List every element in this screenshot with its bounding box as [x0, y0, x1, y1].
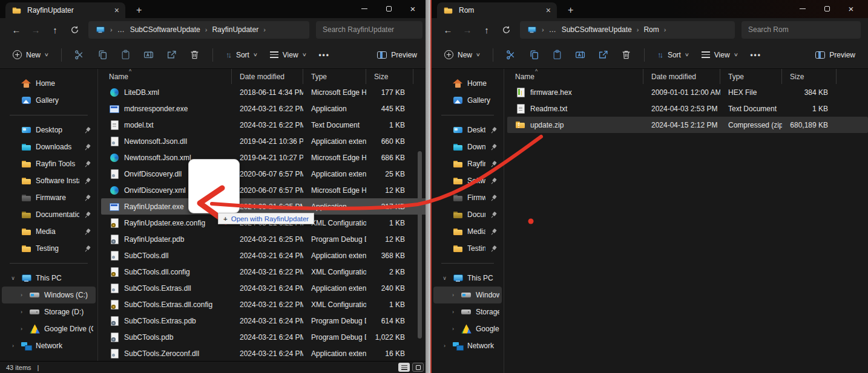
chevron-icon[interactable]: ∨: [9, 275, 17, 281]
search-input[interactable]: [323, 25, 416, 34]
file-row[interactable]: SubCTools.Extras.dll.config 2024-03-21 6…: [101, 296, 430, 313]
file-row[interactable]: mdnsresponder.exe 2024-03-21 6:22 PM App…: [101, 100, 430, 117]
sidebar-item[interactable]: Gallery: [433, 92, 502, 109]
column-header-date[interactable]: Date modified: [643, 69, 720, 84]
refresh-button[interactable]: [65, 21, 84, 38]
column-header-type[interactable]: Type: [720, 69, 782, 84]
vertical-scrollbar[interactable]: [418, 151, 422, 339]
sidebar-item[interactable]: › Network: [433, 337, 502, 354]
file-row[interactable]: update.zip 2024-04-15 2:12 PM Compressed…: [507, 117, 868, 133]
chevron-icon[interactable]: ›: [18, 309, 25, 315]
file-row[interactable]: OnvifDiscovery.dll 2020-06-07 6:57 PM Ap…: [101, 166, 430, 182]
tab-close-icon[interactable]: ×: [546, 6, 551, 15]
breadcrumb-crumb[interactable]: RayfinUpdater: [212, 25, 258, 34]
sidebar-item[interactable]: Desktop: [433, 122, 502, 138]
more-options-button[interactable]: •••: [314, 48, 334, 62]
sidebar-item[interactable]: Desktop: [2, 122, 96, 138]
sidebar-item[interactable]: Software Ins: [433, 172, 502, 189]
sort-button[interactable]: ↑↓ Sort ∨: [222, 47, 261, 62]
breadcrumb-separator[interactable]: ›: [664, 26, 666, 33]
column-header-size[interactable]: Size: [366, 69, 413, 84]
back-button[interactable]: ←: [439, 21, 457, 38]
chevron-icon[interactable]: ›: [18, 326, 25, 332]
breadcrumb-crumb[interactable]: Rom: [643, 25, 659, 34]
chevron-icon[interactable]: ›: [441, 343, 449, 349]
chevron-icon[interactable]: ›: [9, 343, 17, 349]
maximize-button[interactable]: [815, 0, 839, 17]
sidebar-item[interactable]: › Windows (C:): [2, 287, 96, 303]
share-button[interactable]: [162, 47, 181, 63]
minimize-button[interactable]: [791, 0, 815, 17]
tab-close-icon[interactable]: ×: [114, 6, 119, 15]
breadcrumb[interactable]: › … SubCSoftwareUpdate › RayfinUpdater ›: [88, 21, 309, 39]
chevron-icon[interactable]: ›: [449, 309, 457, 315]
file-row[interactable]: SubCTools.pdb 2024-03-21 6:24 PM Program…: [101, 329, 430, 345]
file-row[interactable]: RayfinUpdater.pdb 2024-03-21 6:25 PM Pro…: [101, 231, 430, 247]
search-input[interactable]: [748, 25, 854, 34]
file-row[interactable]: LiteDB.xml 2018-06-11 4:34 PM Microsoft …: [101, 84, 430, 100]
breadcrumb-separator[interactable]: ›: [110, 26, 113, 33]
large-icons-view-toggle[interactable]: [412, 363, 424, 372]
file-row[interactable]: RayfinUpdater.exe 2024-03-21 6:25 PM App…: [101, 198, 430, 215]
close-button[interactable]: ×: [401, 0, 425, 17]
sidebar-item[interactable]: Home: [433, 75, 502, 92]
cut-button[interactable]: [70, 47, 89, 63]
new-tab-button[interactable]: +: [568, 5, 573, 16]
chevron-icon[interactable]: ›: [449, 326, 457, 332]
breadcrumb-overflow[interactable]: …: [117, 25, 125, 34]
column-header-name[interactable]: ^ Name: [507, 69, 643, 84]
sidebar-item[interactable]: ∨ This PC: [2, 270, 96, 287]
file-row[interactable]: SubCTools.Extras.pdb 2024-03-21 6:24 PM …: [101, 313, 430, 329]
paste-button[interactable]: [548, 47, 567, 63]
delete-button[interactable]: [617, 47, 636, 63]
column-header-name[interactable]: ^ Name: [101, 69, 232, 84]
preview-button[interactable]: Preview: [811, 48, 860, 62]
file-row[interactable]: SubCTools.Zeroconf.dll 2024-03-21 6:24 P…: [101, 345, 430, 362]
copy-button[interactable]: [93, 47, 112, 63]
copy-button[interactable]: [525, 47, 544, 63]
sidebar-item[interactable]: › Google Drive: [433, 320, 502, 337]
more-options-button[interactable]: •••: [746, 48, 766, 62]
up-button[interactable]: ↑: [478, 21, 496, 38]
sidebar-item[interactable]: Testing: [433, 240, 502, 257]
breadcrumb-separator[interactable]: ›: [637, 26, 639, 33]
new-button[interactable]: New ∨: [8, 47, 53, 62]
forward-button[interactable]: →: [27, 21, 45, 38]
breadcrumb-separator[interactable]: ›: [263, 26, 266, 33]
sidebar-item[interactable]: Software Install: [2, 172, 96, 189]
close-button[interactable]: ×: [839, 0, 863, 17]
new-button[interactable]: New ∨: [440, 47, 484, 62]
file-row[interactable]: Newtonsoft.Json.xml 2019-04-21 10:27 PM …: [101, 149, 430, 166]
share-button[interactable]: [594, 47, 613, 63]
sidebar-item[interactable]: Firmware: [2, 189, 96, 206]
maximize-button[interactable]: [376, 0, 401, 17]
file-row[interactable]: model.txt 2024-03-21 6:22 PM Text Docume…: [101, 117, 430, 133]
up-button[interactable]: ↑: [46, 21, 64, 38]
chevron-icon[interactable]: ›: [449, 292, 457, 298]
file-row[interactable]: firmware.hex 2009-01-01 12:00 AM HEX Fil…: [507, 84, 868, 100]
column-header-date[interactable]: Date modified: [232, 69, 303, 84]
breadcrumb-separator[interactable]: ›: [205, 26, 208, 33]
sidebar-item[interactable]: Downloads: [433, 138, 502, 155]
tab-rom[interactable]: Rom ×: [437, 2, 557, 18]
file-row[interactable]: SubCTools.Extras.dll 2024-03-21 6:24 PM …: [101, 280, 430, 296]
sidebar-item[interactable]: Downloads: [2, 138, 96, 155]
breadcrumb-overflow[interactable]: …: [549, 25, 557, 34]
sidebar-item[interactable]: › Storage (D:): [433, 303, 502, 320]
chevron-icon[interactable]: ›: [18, 292, 25, 298]
sidebar-item[interactable]: › Storage (D:): [2, 303, 96, 320]
breadcrumb[interactable]: › … SubCSoftwareUpdate › Rom ›: [520, 21, 735, 39]
cut-button[interactable]: [502, 47, 521, 63]
forward-button[interactable]: →: [458, 21, 476, 38]
file-row[interactable]: Newtonsoft.Json.dll 2019-04-21 10:36 PM …: [101, 133, 430, 149]
file-row[interactable]: Readme.txt 2024-04-03 2:53 PM Text Docum…: [507, 100, 868, 117]
paste-button[interactable]: [116, 47, 135, 63]
sidebar-item[interactable]: Rayfin Tools: [433, 155, 502, 172]
sidebar-item[interactable]: Gallery: [2, 92, 96, 109]
breadcrumb-crumb[interactable]: SubCSoftwareUpdate: [130, 25, 200, 34]
sidebar-item[interactable]: Documenta: [433, 206, 502, 223]
sidebar-item[interactable]: ∨ This PC: [433, 270, 502, 287]
new-tab-button[interactable]: +: [136, 5, 142, 16]
column-header-size[interactable]: Size: [782, 69, 837, 84]
sidebar-item[interactable]: Testing: [2, 240, 96, 257]
